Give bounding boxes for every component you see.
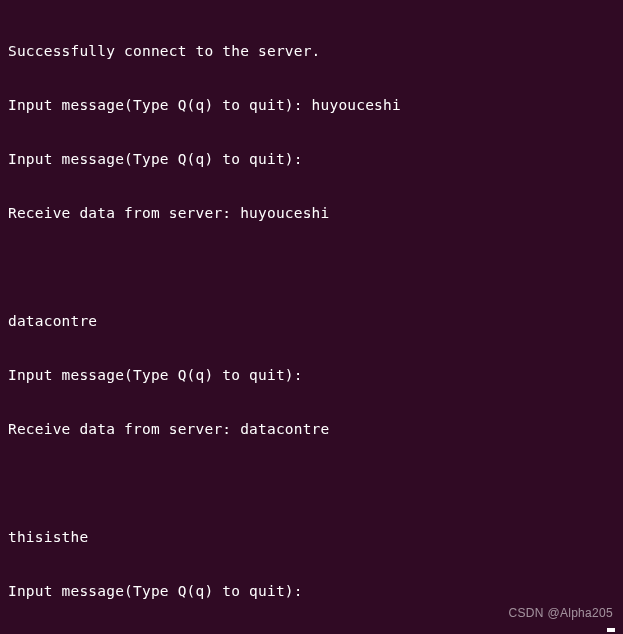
terminal-line: datacontre xyxy=(8,312,615,330)
terminal-line: Input message(Type Q(q) to quit): xyxy=(8,366,615,384)
terminal-line: Input message(Type Q(q) to quit): xyxy=(8,582,615,600)
terminal-line: Receive data from server: huyouceshi xyxy=(8,204,615,222)
terminal-line: thisisthe xyxy=(8,528,615,546)
terminal-output[interactable]: Successfully connect to the server. Inpu… xyxy=(8,6,615,634)
terminal-line: Receive data from server: datacontre xyxy=(8,420,615,438)
terminal-cursor xyxy=(607,628,615,632)
terminal-line: Input message(Type Q(q) to quit): xyxy=(8,150,615,168)
watermark-text: CSDN @Alpha205 xyxy=(509,604,613,622)
terminal-line: Successfully connect to the server. xyxy=(8,42,615,60)
terminal-line: Input message(Type Q(q) to quit): huyouc… xyxy=(8,96,615,114)
terminal-line xyxy=(8,474,615,492)
terminal-line xyxy=(8,258,615,276)
